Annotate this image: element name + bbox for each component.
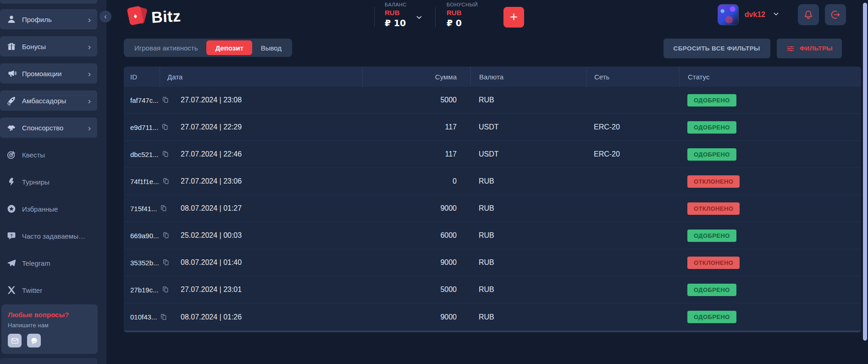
sidebar: Профиль › Бонусы › Промоакции › Амбассад…	[0, 0, 106, 364]
cell-amount: 5000	[362, 286, 470, 294]
sidebar-item-twitter[interactable]: Twitter	[0, 280, 97, 300]
logo-text: Bitz	[151, 7, 181, 26]
table-row: 010f43... 08.07.2024 | 01:26 9000 RUB ОД…	[124, 303, 861, 330]
cell-amount: 9000	[362, 313, 470, 321]
status-badge: ОДОБРЕНО	[687, 284, 736, 296]
copy-icon[interactable]	[162, 231, 170, 240]
sidebar-item-ambassadors[interactable]: Амбассадоры ›	[0, 90, 97, 111]
icon-user	[6, 14, 17, 24]
cell-currency: RUB	[470, 231, 586, 240]
logout-icon	[830, 9, 841, 20]
chevron-right-icon: ›	[88, 69, 91, 78]
cell-date: 08.07.2024 | 01:27	[160, 204, 362, 213]
table-row: 74f1f1e... 27.07.2024 | 23:06 0 RUB ОТКЛ…	[124, 168, 861, 195]
currency-dropdown-button[interactable]	[415, 13, 423, 23]
column-header-2: Сумма	[362, 67, 470, 87]
deposit-plus-button[interactable]: +	[503, 7, 524, 28]
copy-icon[interactable]	[160, 313, 168, 321]
scrollbar[interactable]	[863, 3, 867, 341]
sidebar-item-sponsorship[interactable]: Спонсорство ›	[0, 118, 97, 138]
table-body: faf747c... 27.07.2024 | 23:08 5000 RUB О…	[124, 87, 861, 330]
sidebar-item-quests[interactable]: Квесты	[0, 145, 97, 165]
copy-icon[interactable]	[162, 286, 170, 294]
sliders-icon	[786, 44, 795, 53]
sidebar-item-label: Twitter	[22, 286, 42, 294]
cell-currency: RUB	[470, 177, 586, 185]
cell-status: ОДОБРЕНО	[679, 284, 861, 296]
transaction-id: 715f41...	[130, 205, 157, 213]
transaction-id: dbc521...	[130, 151, 159, 158]
transaction-id: 35352b...	[130, 259, 159, 267]
chat-support-button[interactable]	[27, 334, 41, 347]
column-header-3: Валюта	[470, 67, 586, 87]
table-row: 27b19c... 27.07.2024 | 23:01 5000 RUB ОД…	[124, 276, 861, 303]
chevron-right-icon: ›	[88, 15, 91, 24]
sidebar-item-telegram[interactable]: Telegram	[0, 253, 97, 273]
email-support-button[interactable]	[8, 334, 22, 347]
tab-withdrawal[interactable]: Вывод	[252, 40, 290, 55]
sidebar-item-label: Telegram	[22, 259, 50, 267]
balance-block: БАЛАНС RUB ₽ 10	[385, 2, 407, 28]
sidebar-item-tournaments[interactable]: Турниры	[0, 172, 97, 192]
cell-date: 08.07.2024 | 01:40	[160, 258, 362, 267]
sidebar-item-label: Профиль	[22, 16, 52, 23]
cell-status: ОТКЛОНЕНО	[679, 202, 861, 215]
logo[interactable]: ♦ Bitz	[127, 6, 181, 28]
username[interactable]: dvk12	[745, 11, 765, 19]
copy-icon[interactable]	[160, 204, 168, 213]
sidebar-item-promotions[interactable]: Промоакции ›	[0, 63, 97, 84]
table-row: 715f41... 08.07.2024 | 01:27 9000 RUB ОТ…	[124, 195, 861, 222]
cell-network: ERC-20	[586, 123, 679, 131]
copy-icon[interactable]	[162, 258, 170, 267]
transaction-id: 74f1f1e...	[130, 178, 159, 185]
cell-status: ОТКЛОНЕНО	[679, 175, 861, 188]
cell-date: 27.07.2024 | 23:08	[160, 96, 362, 104]
sidebar-item-label: Амбассадоры	[22, 97, 66, 105]
copy-icon[interactable]	[162, 150, 170, 158]
cell-status: ОДОБРЕНО	[679, 148, 861, 161]
balance-label: БАЛАНС	[385, 2, 407, 7]
copy-icon[interactable]	[162, 177, 170, 185]
sidebar-item-faq[interactable]: Часто задаваемые воп...	[0, 226, 97, 246]
icon-star	[6, 204, 17, 214]
cell-amount: 9000	[362, 204, 470, 213]
chevron-right-icon: ›	[88, 42, 91, 51]
status-badge: ОДОБРЕНО	[687, 94, 736, 106]
tab-deposit[interactable]: Депозит	[206, 40, 252, 55]
sidebar-item-bonuses[interactable]: Бонусы ›	[0, 36, 97, 56]
sidebar-item-label: Избранные	[22, 205, 58, 213]
cell-amount: 5000	[362, 96, 470, 104]
status-badge: ОДОБРЕНО	[687, 148, 736, 161]
sidebar-collapse-button[interactable]: ‹	[100, 11, 111, 22]
logout-button[interactable]	[825, 4, 846, 25]
cell-currency: RUB	[470, 96, 586, 104]
notifications-button[interactable]	[798, 4, 819, 25]
table-row: 669a90... 25.02.2024 | 00:03 6000 RUB ОД…	[124, 222, 861, 249]
chevron-right-icon: ›	[88, 96, 91, 105]
transaction-id: 669a90...	[130, 232, 159, 240]
cell-id: 74f1f1e...	[124, 177, 160, 185]
table-row: dbc521... 27.07.2024 | 22:46 117 USDT ER…	[124, 141, 861, 168]
user-menu-button[interactable]	[772, 10, 780, 19]
table-header: IDДатаСуммаВалютаСетьСтатус	[124, 67, 861, 87]
cell-date: 08.07.2024 | 01:26	[160, 313, 362, 321]
sidebar-item-label: Часто задаваемые воп...	[22, 232, 86, 240]
sidebar-item-favorites[interactable]: Избранные	[0, 199, 97, 219]
cell-id: 715f41...	[124, 204, 160, 213]
sidebar-item-label: Турниры	[22, 178, 50, 186]
cell-id: dbc521...	[124, 150, 160, 158]
bonus-amount: ₽ 0	[447, 18, 478, 28]
avatar[interactable]	[718, 4, 739, 25]
copy-icon[interactable]	[162, 96, 170, 104]
cell-status: ОДОБРЕНО	[679, 311, 861, 323]
copy-icon[interactable]	[161, 123, 169, 131]
sidebar-item-partial[interactable]	[0, 0, 97, 4]
tab-game-activity[interactable]: Игровая активность	[126, 40, 206, 55]
filters-button[interactable]: ФИЛЬТРЫ	[777, 39, 842, 58]
status-badge: ОТКЛОНЕНО	[687, 202, 740, 215]
icon-megaphone	[6, 68, 17, 78]
sidebar-item-profile[interactable]: Профиль ›	[0, 9, 97, 29]
cell-status: ОДОБРЕНО	[679, 121, 861, 134]
reset-filters-button[interactable]: СБРОСИТЬ ВСЕ ФИЛЬТРЫ	[663, 39, 770, 58]
cell-amount: 6000	[362, 231, 470, 240]
